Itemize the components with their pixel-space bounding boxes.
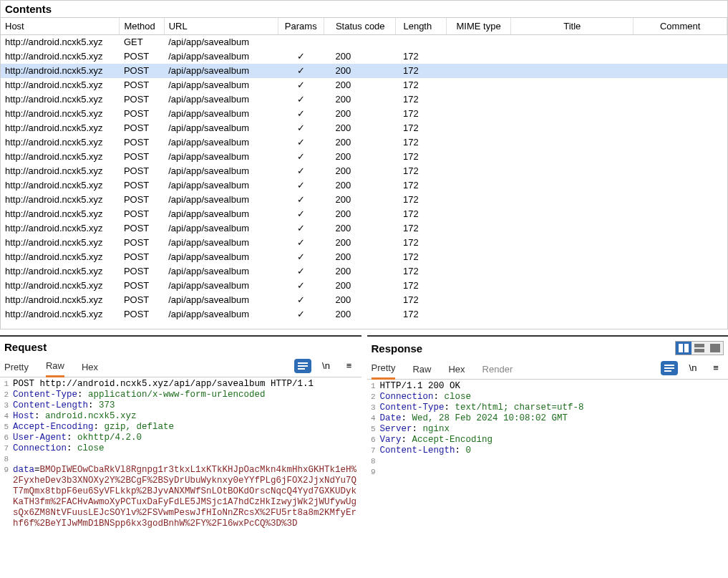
cell-params: ✓: [278, 150, 324, 164]
cell-status: 200: [324, 49, 396, 64]
code-line: 4Date: Wed, 28 Feb 2024 10:08:02 GMT: [367, 413, 729, 424]
cell-length: 172: [396, 193, 446, 207]
table-row[interactable]: http://android.ncxk5.xyzPOST/api/app/sav…: [1, 49, 727, 64]
line-number: 8: [367, 456, 380, 467]
contents-table: Host Method URL Params Status code Lengt…: [1, 18, 727, 322]
cell-comment: [634, 49, 727, 64]
table-row[interactable]: http://android.ncxk5.xyzPOST/api/app/sav…: [1, 250, 727, 264]
code-line: 6User-Agent: okhttp/4.2.0: [0, 433, 361, 443]
col-status[interactable]: Status code: [324, 18, 396, 35]
table-row[interactable]: http://android.ncxk5.xyzPOST/api/app/sav…: [1, 107, 727, 121]
table-row[interactable]: http://android.ncxk5.xyzPOST/api/app/sav…: [1, 150, 727, 164]
cell-mime: [446, 307, 510, 322]
layout-single-icon[interactable]: [707, 342, 723, 355]
table-row[interactable]: http://android.ncxk5.xyzPOST/api/app/sav…: [1, 193, 727, 207]
table-row[interactable]: http://android.ncxk5.xyzPOST/api/app/sav…: [1, 121, 727, 135]
cell-params: ✓: [278, 193, 324, 207]
col-url[interactable]: URL: [164, 18, 278, 35]
request-body[interactable]: 1POST http://android.ncxk5.xyz/api/app/s…: [0, 377, 361, 578]
col-params[interactable]: Params: [278, 18, 324, 35]
table-row[interactable]: http://android.ncxk5.xyzPOST/api/app/sav…: [1, 92, 727, 107]
line-text: HTTP/1.1 200 OK: [380, 381, 729, 392]
line-text: [380, 456, 729, 467]
tab-hex[interactable]: Hex: [82, 359, 98, 377]
cell-title: [511, 35, 634, 49]
cell-mime: [446, 178, 510, 193]
cell-params: ✓: [278, 293, 324, 307]
line-number: 1: [367, 381, 380, 392]
table-row[interactable]: http://android.ncxk5.xyzPOST/api/app/sav…: [1, 221, 727, 236]
cell-method: POST: [120, 221, 164, 236]
line-number: 9: [367, 467, 380, 478]
table-row[interactable]: http://android.ncxk5.xyzPOST/api/app/sav…: [1, 207, 727, 221]
menu-icon[interactable]: ≡: [708, 361, 724, 375]
tab-render[interactable]: Render: [482, 361, 513, 379]
col-method[interactable]: Method: [120, 18, 164, 35]
col-comment[interactable]: Comment: [634, 18, 727, 35]
table-row[interactable]: http://android.ncxk5.xyzGET/api/app/save…: [1, 35, 727, 49]
menu-icon[interactable]: ≡: [341, 359, 357, 373]
cell-mime: [446, 207, 510, 221]
table-row[interactable]: http://android.ncxk5.xyzPOST/api/app/sav…: [1, 307, 727, 322]
layout-rows-icon[interactable]: [691, 342, 707, 355]
line-text: POST http://android.ncxk5.xyz/api/app/sa…: [13, 379, 361, 390]
table-row[interactable]: http://android.ncxk5.xyzPOST/api/app/sav…: [1, 135, 727, 150]
newline-icon[interactable]: \n: [319, 359, 334, 373]
cell-params: ✓: [278, 49, 324, 64]
line-text: Server: nginx: [380, 424, 729, 435]
layout-columns-icon[interactable]: [676, 342, 691, 355]
cell-url: /api/app/savealbum: [164, 279, 278, 293]
svg-rect-1: [298, 365, 308, 367]
table-row[interactable]: http://android.ncxk5.xyzPOST/api/app/sav…: [1, 236, 727, 250]
cell-status: 200: [324, 293, 396, 307]
cell-host: http://android.ncxk5.xyz: [1, 178, 120, 193]
cell-params: ✓: [278, 78, 324, 92]
contents-table-wrap[interactable]: Host Method URL Params Status code Lengt…: [1, 18, 727, 329]
col-title[interactable]: Title: [511, 18, 634, 35]
cell-mime: [446, 121, 510, 135]
cell-mime: [446, 164, 510, 178]
table-row[interactable]: http://android.ncxk5.xyzPOST/api/app/sav…: [1, 264, 727, 279]
table-row[interactable]: http://android.ncxk5.xyzPOST/api/app/sav…: [1, 178, 727, 193]
cell-title: [511, 150, 634, 164]
table-row[interactable]: http://android.ncxk5.xyzPOST/api/app/sav…: [1, 164, 727, 178]
table-row[interactable]: http://android.ncxk5.xyzPOST/api/app/sav…: [1, 279, 727, 293]
cell-url: /api/app/savealbum: [164, 293, 278, 307]
response-panel: Response Pretty Raw He: [367, 335, 729, 578]
cell-length: 172: [396, 307, 446, 322]
tab-pretty[interactable]: Pretty: [372, 360, 396, 380]
tab-hex[interactable]: Hex: [448, 361, 465, 379]
cell-host: http://android.ncxk5.xyz: [1, 107, 120, 121]
cell-url: /api/app/savealbum: [164, 250, 278, 264]
tab-pretty[interactable]: Pretty: [4, 359, 29, 377]
line-text: [13, 454, 361, 465]
cell-comment: [634, 250, 727, 264]
cell-url: /api/app/savealbum: [164, 221, 278, 236]
cell-params: ✓: [278, 207, 324, 221]
svg-rect-0: [298, 362, 308, 364]
table-row[interactable]: http://android.ncxk5.xyzPOST/api/app/sav…: [1, 64, 727, 78]
col-host[interactable]: Host: [1, 18, 120, 35]
cell-host: http://android.ncxk5.xyz: [1, 121, 120, 135]
line-number: 5: [0, 422, 13, 433]
actions-icon[interactable]: [661, 361, 678, 375]
col-length[interactable]: Length: [396, 18, 446, 35]
newline-icon[interactable]: \n: [685, 361, 701, 375]
actions-icon[interactable]: [294, 359, 311, 373]
table-row[interactable]: http://android.ncxk5.xyzPOST/api/app/sav…: [1, 78, 727, 92]
response-tabs: Pretty Raw Hex Render \n ≡: [367, 360, 729, 380]
response-body[interactable]: 1HTTP/1.1 200 OK2Connection: close3Conte…: [367, 380, 729, 578]
table-row[interactable]: http://android.ncxk5.xyzPOST/api/app/sav…: [1, 293, 727, 307]
line-text: Accept-Encoding: gzip, deflate: [13, 422, 361, 433]
cell-status: 200: [324, 121, 396, 135]
line-text: Host: android.ncxk5.xyz: [13, 411, 361, 422]
svg-rect-2: [298, 368, 305, 370]
line-text: Connection: close: [380, 392, 729, 403]
line-number: 4: [0, 411, 13, 422]
tab-raw[interactable]: Raw: [412, 361, 431, 379]
col-mime[interactable]: MIME type: [446, 18, 510, 35]
line-number: 2: [367, 392, 380, 403]
tab-raw[interactable]: Raw: [46, 357, 64, 377]
line-number: 7: [367, 445, 380, 456]
cell-params: ✓: [278, 221, 324, 236]
